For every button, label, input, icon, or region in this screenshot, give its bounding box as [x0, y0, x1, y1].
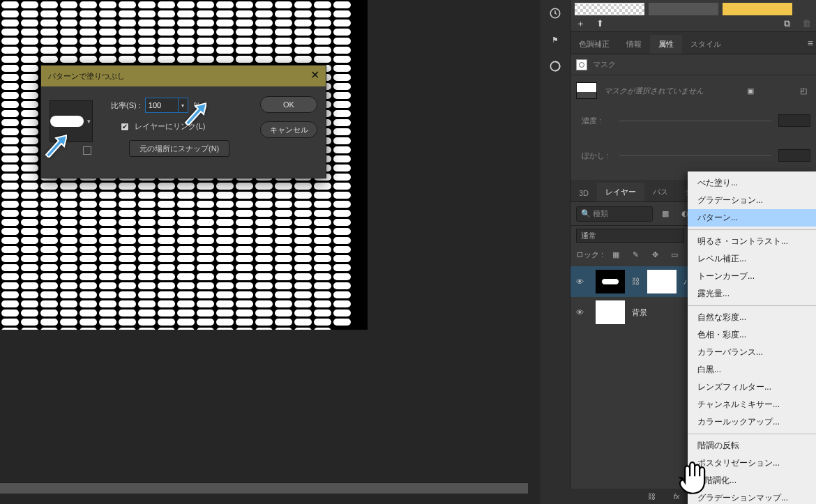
layer-mask-thumbnail[interactable] [647, 270, 677, 293]
lock-paint-icon[interactable]: ✎ [628, 247, 642, 261]
new-pattern-icon[interactable]: ＋ [575, 18, 586, 29]
menu-item[interactable]: 色相・彩度... [688, 326, 816, 344]
svg-marker-0 [46, 135, 67, 158]
menu-item[interactable]: パターン... [688, 209, 816, 227]
menu-item[interactable]: カラールックアップ... [688, 413, 816, 431]
vector-mask-icon[interactable]: ◰ [796, 84, 810, 98]
visibility-icon[interactable]: 👁 [576, 308, 589, 316]
menu-item[interactable]: トーンカーブ... [688, 268, 816, 285]
adjustment-context-menu: べた塗り...グラデーション...パターン...明るさ・コントラスト...レベル… [688, 171, 816, 504]
layer-filter-select[interactable]: 🔍 種類 [576, 206, 653, 222]
menu-item[interactable]: チャンネルミキサー... [688, 396, 816, 413]
cc-libraries-icon[interactable]: ⧉ [781, 18, 792, 29]
upload-pattern-icon[interactable]: ⬆ [594, 18, 605, 29]
lock-move-icon[interactable]: ✥ [648, 247, 662, 261]
panel-menu-icon[interactable]: ≡ [808, 38, 813, 49]
density-slider[interactable] [619, 121, 771, 121]
menu-item[interactable]: 白黒... [688, 361, 816, 379]
annotation-arrow [183, 102, 206, 125]
create-pattern-icon[interactable] [83, 146, 91, 155]
cancel-button[interactable]: キャンセル [260, 121, 317, 138]
dialog-title-text: パターンで塗りつぶし [48, 72, 125, 80]
horizontal-scrollbar[interactable] [0, 482, 528, 494]
feather-label: ぼかし : [582, 151, 619, 161]
panel-toolstrip: ⚑ [541, 0, 570, 504]
mask-preview-thumb [576, 82, 597, 99]
link-layer-checkbox[interactable] [121, 123, 129, 131]
flag-icon[interactable]: ⚑ [545, 29, 566, 50]
link-layers-icon[interactable]: ⛓ [644, 489, 658, 503]
mask-title: マスク [593, 59, 616, 70]
pixel-mask-icon[interactable]: ▣ [743, 84, 757, 98]
blend-mode-select[interactable]: 通常 [576, 229, 684, 243]
visibility-icon[interactable]: 👁 [576, 277, 589, 286]
scale-label: 比率(S) : [111, 100, 141, 111]
tab-color-adjust[interactable]: 色調補正 [571, 35, 618, 54]
ok-button[interactable]: OK [260, 96, 317, 113]
feather-slider[interactable] [619, 155, 771, 156]
tab-properties[interactable]: 属性 [650, 35, 682, 54]
annotation-hand-cursor [671, 458, 710, 498]
menu-item[interactable]: 露光量... [688, 285, 816, 303]
close-icon[interactable]: ✕ [308, 68, 322, 82]
dialog-titlebar[interactable]: パターンで塗りつぶし ✕ [41, 66, 326, 86]
tab-layers[interactable]: レイヤー [597, 183, 644, 201]
scale-input[interactable] [145, 98, 179, 113]
lock-label: ロック : [576, 250, 603, 260]
layer-name[interactable]: 背景 [632, 307, 647, 318]
lock-artboard-icon[interactable]: ▭ [667, 247, 681, 261]
menu-item[interactable]: レンズフィルター... [688, 379, 816, 396]
history-icon[interactable] [545, 3, 566, 24]
menu-item[interactable]: 階調の反転 [688, 437, 816, 455]
filter-pixel-icon[interactable]: ▩ [658, 207, 672, 221]
properties-tabs: 色調補正 情報 属性 スタイル ≡ [571, 32, 816, 54]
menu-item[interactable]: 明るさ・コントラスト... [688, 233, 816, 250]
trash-icon[interactable]: 🗑 [801, 18, 812, 29]
tab-style[interactable]: スタイル [682, 35, 730, 54]
tab-paths[interactable]: パス [644, 183, 677, 201]
density-label: 濃度 : [582, 116, 619, 126]
menu-item[interactable]: レベル補正... [688, 250, 816, 268]
menu-item[interactable]: グラデーション... [688, 192, 816, 209]
tab-3d[interactable]: 3D [571, 185, 597, 201]
menu-item[interactable]: 自然な彩度... [688, 309, 816, 326]
layer-thumbnail[interactable] [596, 270, 625, 293]
pattern-preset-thumbs[interactable] [571, 0, 816, 15]
mask-type-icon[interactable] [576, 59, 587, 70]
menu-item[interactable]: べた塗り... [688, 174, 816, 192]
mask-status-text: マスクが選択されていません [604, 86, 704, 96]
lock-trans-icon[interactable]: ▦ [609, 247, 623, 261]
svg-marker-1 [186, 103, 206, 125]
snap-to-origin-button[interactable]: 元の場所にスナップ(N) [129, 140, 229, 157]
brush-preset-icon[interactable] [545, 56, 566, 77]
menu-item[interactable]: カラーバランス... [688, 344, 816, 361]
density-value[interactable] [778, 114, 810, 127]
feather-value[interactable] [778, 149, 810, 162]
tab-info[interactable]: 情報 [618, 35, 650, 54]
annotation-arrow [43, 134, 67, 158]
layer-thumbnail[interactable] [596, 300, 625, 324]
link-icon[interactable]: ⛓ [632, 277, 640, 287]
